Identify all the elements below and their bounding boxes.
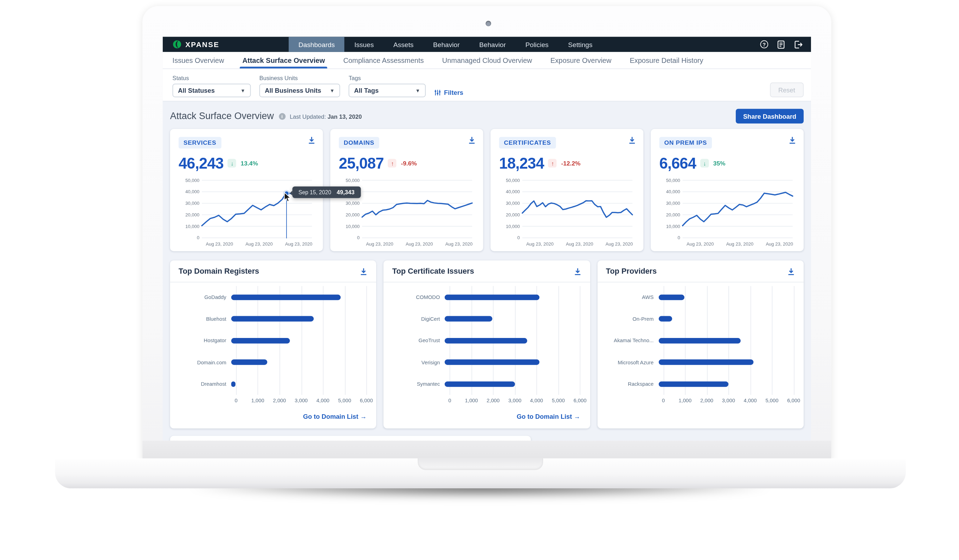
- filter-bar: Status All Statuses ▼ Business Units All…: [163, 69, 811, 102]
- metric-title-badge: DOMAINS: [339, 137, 379, 149]
- tags-filter-label: Tags: [349, 75, 426, 81]
- y-tick-label: 10,000: [666, 224, 680, 229]
- metric-cards-row: SERVICES 46,243 ↓ 13.4% 010,00020,00030,…: [170, 129, 804, 251]
- bar-category-label: Hostgator: [180, 337, 231, 343]
- bar-category-label: Symantec: [393, 381, 445, 387]
- card-header: Top Certificate Issuers: [384, 260, 590, 282]
- business-units-select[interactable]: All Business Units ▼: [260, 84, 340, 97]
- download-icon[interactable]: [307, 136, 316, 145]
- bar-category-label: Dreamhost: [180, 381, 231, 387]
- nav-item-behavior-2[interactable]: Behavior: [469, 37, 515, 52]
- status-filter-label: Status: [173, 75, 251, 81]
- bar-track: [445, 381, 580, 387]
- download-icon[interactable]: [360, 267, 368, 275]
- bar-row: Symantec: [393, 373, 580, 395]
- y-tick-label: 30,000: [185, 200, 199, 206]
- bar-category-label: Rackspace: [607, 381, 658, 387]
- tab-exposure-detail-history[interactable]: Exposure Detail History: [629, 52, 703, 68]
- tab-exposure-overview[interactable]: Exposure Overview: [551, 52, 611, 68]
- nav-item-policies[interactable]: Policies: [516, 37, 559, 52]
- bar: [658, 337, 741, 343]
- metric-delta: 13.4%: [241, 160, 258, 167]
- metric-value: 46,243: [178, 154, 224, 172]
- x-tick-label: 1,000: [465, 397, 478, 403]
- info-icon[interactable]: i: [279, 113, 285, 119]
- metric-value-row: 6,664 ↓ 35%: [660, 154, 795, 172]
- bar-row: Rackspace: [607, 373, 794, 395]
- download-icon[interactable]: [789, 136, 797, 145]
- tab-unmanaged-cloud-overview[interactable]: Unmanaged Cloud Overview: [442, 52, 532, 68]
- bar-row: Microsoft Azure: [607, 351, 794, 374]
- y-tick-label: 30,000: [506, 200, 520, 206]
- bar-category-label: Domain.com: [180, 359, 231, 365]
- y-tick-label: 50,000: [666, 178, 680, 183]
- metric-card-certificates: CERTIFICATES 18,234 ↑ -12.2% 010,00020,0…: [491, 129, 643, 251]
- x-tick-label: 3,000: [295, 397, 307, 403]
- help-icon[interactable]: ?: [760, 40, 768, 48]
- download-icon[interactable]: [468, 136, 476, 145]
- bar-x-axis: 01,0002,0003,0004,0005,0006,000: [449, 397, 580, 405]
- bar-track: [231, 360, 366, 365]
- bar-category-label: AWS: [607, 294, 658, 300]
- share-dashboard-button[interactable]: Share Dashboard: [736, 109, 804, 124]
- bar-row: Dreamhost: [180, 373, 366, 395]
- trend-up-icon: ↑: [388, 159, 397, 167]
- download-icon[interactable]: [787, 267, 795, 275]
- last-updated-text: Last Updated: Jan 13, 2020: [290, 113, 362, 119]
- top-providers-card: Top Providers AWSOn-PremAkamai Techno...…: [597, 260, 804, 428]
- page-title: Attack Surface Overview: [170, 111, 274, 122]
- go-to-domain-list-link[interactable]: Go to Domain List →: [517, 412, 580, 420]
- x-tick-label: 5,000: [338, 397, 351, 403]
- tab-attack-surface-overview[interactable]: Attack Surface Overview: [242, 52, 325, 68]
- laptop-mockup: XPANSE Dashboards Issues Assets Behavior…: [0, 0, 959, 560]
- nav-item-dashboards[interactable]: Dashboards: [288, 37, 344, 52]
- x-tick-label: Aug 23, 2020: [687, 241, 714, 247]
- tags-select-value: All Tags: [354, 87, 379, 94]
- x-tick-label: 3,000: [508, 397, 521, 403]
- reset-button[interactable]: Reset: [770, 83, 804, 97]
- chevron-down-icon: ▼: [330, 88, 335, 94]
- bar: [445, 381, 515, 387]
- bar-track: [231, 337, 366, 343]
- bar-category-label: Microsoft Azure: [607, 359, 658, 365]
- laptop-base-notch: [417, 458, 543, 470]
- nav-item-behavior-1[interactable]: Behavior: [423, 37, 469, 52]
- card-title: Top Domain Registers: [178, 267, 259, 275]
- bar-row: COMODO: [393, 286, 580, 308]
- x-tick-label: 4,000: [744, 397, 757, 403]
- download-icon[interactable]: [573, 267, 581, 275]
- nav-item-assets[interactable]: Assets: [384, 37, 423, 52]
- x-tick-label: 1,000: [251, 397, 264, 403]
- y-tick-label: 10,000: [185, 224, 199, 229]
- bar-track: [658, 381, 794, 387]
- laptop-base: [55, 458, 906, 488]
- nav-item-settings[interactable]: Settings: [558, 37, 602, 52]
- tags-select[interactable]: All Tags ▼: [349, 84, 426, 97]
- x-tick-label: Aug 23, 2020: [406, 241, 433, 247]
- y-tick-label: 0: [357, 235, 360, 240]
- bar: [658, 381, 728, 387]
- xpanse-logo[interactable]: XPANSE: [163, 37, 264, 52]
- nav-item-issues[interactable]: Issues: [344, 37, 384, 52]
- go-to-domain-list-link[interactable]: Go to Domain List →: [303, 412, 366, 420]
- download-icon[interactable]: [628, 136, 636, 145]
- tab-compliance-assessments[interactable]: Compliance Assessments: [343, 52, 424, 68]
- filters-button[interactable]: Filters: [434, 89, 464, 96]
- page-header: Attack Surface Overview i Last Updated: …: [170, 109, 804, 123]
- y-tick-label: 50,000: [185, 178, 199, 183]
- bar-track: [231, 381, 366, 387]
- y-tick-label: 40,000: [666, 189, 680, 194]
- bar-track: [658, 337, 794, 343]
- last-updated-label: Last Updated:: [290, 113, 326, 119]
- y-tick-label: 0: [197, 235, 199, 240]
- y-tick-label: 0: [518, 235, 520, 240]
- tab-issues-overview[interactable]: Issues Overview: [173, 52, 224, 68]
- bar-track: [658, 360, 794, 365]
- bar: [658, 316, 672, 321]
- release-notes-icon[interactable]: [777, 40, 785, 48]
- bar-category-label: Verisign: [393, 359, 445, 365]
- logout-icon[interactable]: [794, 40, 802, 48]
- on-prem-ips-line-chart: 010,00020,00030,00040,00050,000Aug 23, 2…: [660, 177, 795, 249]
- bar: [231, 360, 268, 365]
- status-select[interactable]: All Statuses ▼: [173, 84, 251, 97]
